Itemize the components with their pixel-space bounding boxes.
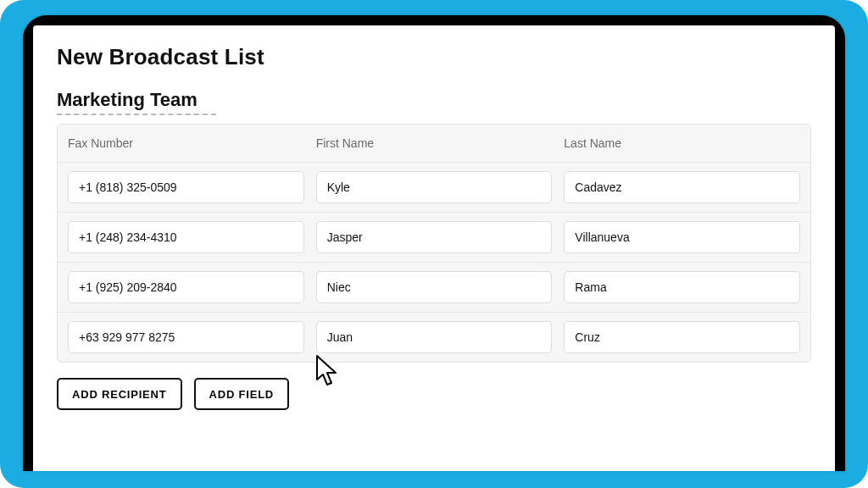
fax-input[interactable] bbox=[68, 321, 304, 353]
page-title: New Broadcast List bbox=[57, 44, 811, 70]
recipients-table: Fax Number First Name Last Name bbox=[57, 124, 811, 363]
first-name-input[interactable] bbox=[316, 321, 553, 353]
actions-bar: ADD RECIPIENT ADD FIELD bbox=[57, 378, 811, 410]
fax-input[interactable] bbox=[68, 221, 304, 253]
last-name-input[interactable] bbox=[564, 271, 800, 303]
table-header-row: Fax Number First Name Last Name bbox=[58, 125, 810, 163]
table-row bbox=[58, 263, 810, 313]
table-row bbox=[58, 213, 810, 263]
first-name-input[interactable] bbox=[316, 271, 553, 303]
table-row bbox=[58, 163, 810, 213]
table-row bbox=[58, 313, 810, 362]
column-header-first-name: First Name bbox=[316, 136, 553, 150]
add-recipient-button[interactable]: ADD RECIPIENT bbox=[57, 378, 182, 410]
last-name-input[interactable] bbox=[564, 171, 800, 203]
last-name-input[interactable] bbox=[564, 221, 800, 253]
first-name-input[interactable] bbox=[316, 221, 553, 253]
column-header-fax: Fax Number bbox=[68, 136, 304, 150]
add-field-button[interactable]: ADD FIELD bbox=[194, 378, 290, 410]
fax-input[interactable] bbox=[68, 271, 304, 303]
last-name-input[interactable] bbox=[564, 321, 800, 353]
column-header-last-name: Last Name bbox=[564, 136, 800, 150]
list-name-input[interactable]: Marketing Team bbox=[57, 89, 216, 115]
fax-input[interactable] bbox=[68, 171, 304, 203]
first-name-input[interactable] bbox=[316, 171, 553, 203]
